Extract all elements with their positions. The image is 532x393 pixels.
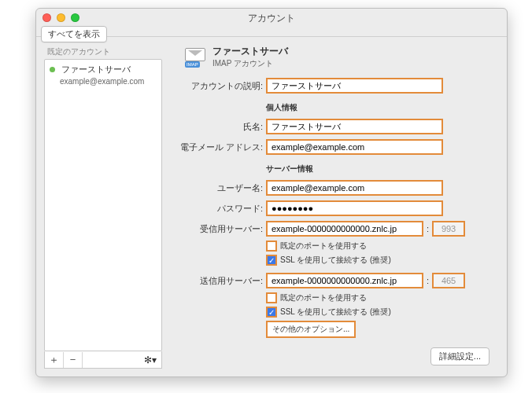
outgoing-default-port-checkbox[interactable] <box>266 292 277 303</box>
incoming-server-input[interactable] <box>266 221 423 237</box>
outgoing-server-input[interactable] <box>266 273 423 288</box>
add-account-button[interactable]: ＋ <box>45 352 64 368</box>
description-input[interactable] <box>266 78 443 94</box>
mail-icon: IMAP <box>184 48 206 67</box>
body: 既定のアカウント ファーストサーバ example@example.com ＋ … <box>36 37 507 376</box>
traffic-lights <box>42 13 79 22</box>
window-title: アカウント <box>36 9 507 25</box>
incoming-ssl-label: SSL を使用して接続する (推奨) <box>280 255 391 266</box>
account-list[interactable]: ファーストサーバ example@example.com <box>44 59 162 351</box>
colon: : <box>427 276 429 285</box>
account-email: example@example.com <box>60 77 157 86</box>
more-options-button[interactable]: その他のオプション... <box>266 321 356 338</box>
main-panel: IMAP ファーストサーバ IMAP アカウント アカウントの説明: 個人情報 … <box>168 45 499 369</box>
remove-account-button[interactable]: − <box>64 352 83 368</box>
account-form: アカウントの説明: 個人情報 氏名: 電子メール アドレス: サーバー情報 ユー… <box>168 77 494 365</box>
fullname-input[interactable] <box>266 119 443 134</box>
password-input[interactable] <box>266 200 443 216</box>
incoming-port-input[interactable] <box>432 221 465 237</box>
description-label: アカウントの説明: <box>168 80 263 92</box>
account-title: ファーストサーバ <box>212 45 288 58</box>
outgoing-ssl-label: SSL を使用して接続する (推奨) <box>280 307 391 318</box>
username-label: ユーザー名: <box>168 182 263 194</box>
zoom-icon[interactable] <box>71 13 79 22</box>
close-icon[interactable] <box>42 13 51 22</box>
outgoing-port-input[interactable] <box>432 273 465 288</box>
colon: : <box>427 224 429 233</box>
username-input[interactable] <box>266 180 443 196</box>
minimize-icon[interactable] <box>57 13 65 22</box>
outgoing-default-port-label: 既定のポートを使用する <box>280 292 367 303</box>
account-list-item[interactable]: ファーストサーバ example@example.com <box>45 60 161 88</box>
account-header: IMAP ファーストサーバ IMAP アカウント <box>184 45 494 69</box>
incoming-label: 受信用サーバー: <box>168 223 263 235</box>
section-server: サーバー情報 <box>266 163 494 174</box>
status-dot-icon <box>50 67 55 72</box>
window: アカウント すべてを表示 既定のアカウント ファーストサーバ example@e… <box>35 8 508 377</box>
account-name: ファーストサーバ <box>61 64 131 74</box>
fullname-label: 氏名: <box>168 121 263 133</box>
incoming-default-port-checkbox[interactable] <box>266 241 277 252</box>
titlebar: アカウント すべてを表示 <box>36 9 507 37</box>
sidebar-footer: ＋ − ✻▾ <box>44 351 162 369</box>
account-type-label: IMAP アカウント <box>212 58 288 69</box>
show-all-button[interactable]: すべてを表示 <box>41 26 107 42</box>
sidebar-heading: 既定のアカウント <box>44 45 162 59</box>
outgoing-ssl-checkbox[interactable]: ✓ <box>266 307 277 318</box>
sidebar: 既定のアカウント ファーストサーバ example@example.com ＋ … <box>44 45 162 369</box>
email-input[interactable] <box>266 139 443 155</box>
gear-icon[interactable]: ✻▾ <box>139 354 161 365</box>
password-label: パスワード: <box>168 203 263 215</box>
outgoing-label: 送信用サーバー: <box>168 275 263 287</box>
advanced-settings-button[interactable]: 詳細設定... <box>430 347 490 365</box>
email-label: 電子メール アドレス: <box>168 141 263 153</box>
incoming-default-port-label: 既定のポートを使用する <box>280 241 367 252</box>
incoming-ssl-checkbox[interactable]: ✓ <box>266 255 277 266</box>
section-personal: 個人情報 <box>266 102 494 113</box>
